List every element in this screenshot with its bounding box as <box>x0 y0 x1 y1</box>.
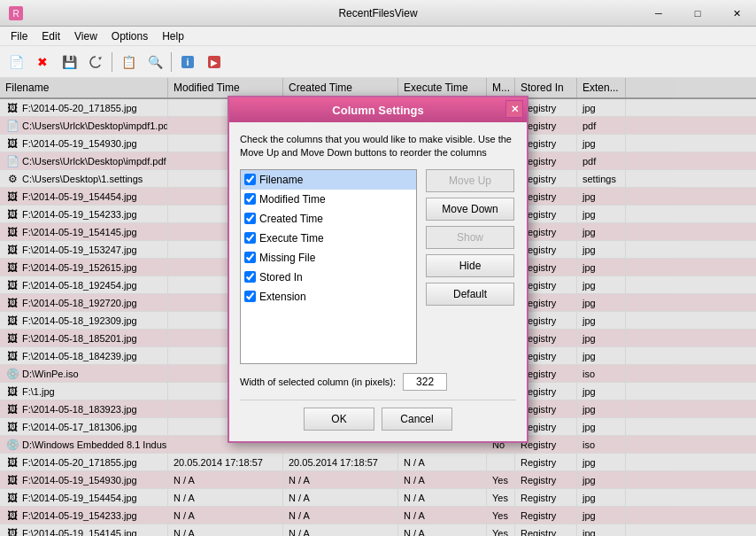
menu-help[interactable]: Help <box>155 28 191 44</box>
dialog-title-bar: Column Settings ✕ <box>229 97 527 122</box>
toolbar-info[interactable]: i <box>175 50 200 74</box>
column-label: Created Time <box>259 213 323 225</box>
main-area: Filename Modified Time Created Time Exec… <box>0 78 756 536</box>
column-checkbox[interactable] <box>244 232 256 244</box>
toolbar-refresh[interactable] <box>83 50 108 74</box>
toolbar-new[interactable]: 📄 <box>4 50 28 74</box>
column-checkbox[interactable] <box>244 271 256 283</box>
svg-text:i: i <box>186 57 189 67</box>
default-button[interactable]: Default <box>426 283 514 306</box>
menu-file[interactable]: File <box>4 28 35 44</box>
column-checkbox[interactable] <box>244 174 256 185</box>
column-checkbox[interactable] <box>244 193 256 205</box>
toolbar-extra[interactable]: ▶ <box>202 50 227 74</box>
list-item[interactable]: Extension <box>241 287 416 307</box>
dialog-description: Check the columns that you would like to… <box>240 133 516 160</box>
svg-text:▶: ▶ <box>211 58 218 67</box>
title-bar: R RecentFilesView ─ □ ✕ <box>0 0 756 27</box>
column-settings-dialog: Column Settings ✕ Check the columns that… <box>228 96 528 443</box>
column-label: Extension <box>259 291 306 303</box>
window-controls: ─ □ ✕ <box>639 0 756 27</box>
list-item[interactable]: Filename <box>241 170 416 190</box>
maximize-button[interactable]: □ <box>678 0 717 27</box>
toolbar-search[interactable]: 🔍 <box>143 50 167 74</box>
show-button[interactable]: Show <box>426 226 514 249</box>
width-row: Width of selected column (in pixels): <box>240 373 516 391</box>
width-label: Width of selected column (in pixels): <box>240 377 396 387</box>
minimize-button[interactable]: ─ <box>639 0 678 27</box>
width-input[interactable] <box>403 373 447 391</box>
column-label: Filename <box>259 174 303 186</box>
move-up-button[interactable]: Move Up <box>426 169 514 192</box>
dialog-close-button[interactable]: ✕ <box>505 100 523 118</box>
menu-bar: File Edit View Options Help <box>0 27 756 46</box>
dialog-title-text: Column Settings <box>332 104 423 117</box>
toolbar-save[interactable]: 💾 <box>57 50 81 74</box>
hide-button[interactable]: Hide <box>426 254 514 277</box>
close-button[interactable]: ✕ <box>717 0 756 27</box>
cancel-button[interactable]: Cancel <box>382 408 452 431</box>
toolbar-copy[interactable]: 📋 <box>116 50 141 74</box>
column-checkbox[interactable] <box>244 291 256 302</box>
menu-edit[interactable]: Edit <box>35 28 67 44</box>
list-item[interactable]: Missing File <box>241 248 416 268</box>
toolbar: 📄 ✖ 💾 📋 🔍 i ▶ <box>0 46 756 78</box>
dialog-footer-buttons: OK Cancel <box>240 408 516 431</box>
column-label: Modified Time <box>259 193 326 206</box>
list-item[interactable]: Execute Time <box>241 229 416 248</box>
column-checkbox[interactable] <box>244 252 256 263</box>
column-list[interactable]: FilenameModified TimeCreated TimeExecute… <box>240 169 417 364</box>
app-title: RecentFilesView <box>338 7 417 19</box>
menu-view[interactable]: View <box>67 28 104 44</box>
column-label: Execute Time <box>259 232 324 245</box>
dialog-action-buttons: Move Up Move Down Show Hide Default <box>426 169 514 364</box>
toolbar-delete[interactable]: ✖ <box>30 50 55 74</box>
app-icon: R <box>7 4 25 22</box>
dialog-separator <box>240 400 516 400</box>
toolbar-sep2 <box>171 52 172 72</box>
list-item[interactable]: Modified Time <box>241 190 416 209</box>
menu-options[interactable]: Options <box>104 28 155 44</box>
svg-marker-2 <box>98 57 102 60</box>
ok-button[interactable]: OK <box>304 408 374 431</box>
move-down-button[interactable]: Move Down <box>426 198 514 221</box>
svg-text:R: R <box>12 9 19 19</box>
column-checkbox[interactable] <box>244 213 256 224</box>
list-item[interactable]: Stored In <box>241 268 416 287</box>
dialog-overlay: Column Settings ✕ Check the columns that… <box>0 78 756 536</box>
dialog-columns-area: FilenameModified TimeCreated TimeExecute… <box>240 169 516 364</box>
dialog-body: Check the columns that you would like to… <box>229 122 527 441</box>
column-label: Missing File <box>259 252 315 264</box>
toolbar-sep1 <box>112 52 112 72</box>
column-label: Stored In <box>259 271 303 284</box>
list-item[interactable]: Created Time <box>241 209 416 229</box>
